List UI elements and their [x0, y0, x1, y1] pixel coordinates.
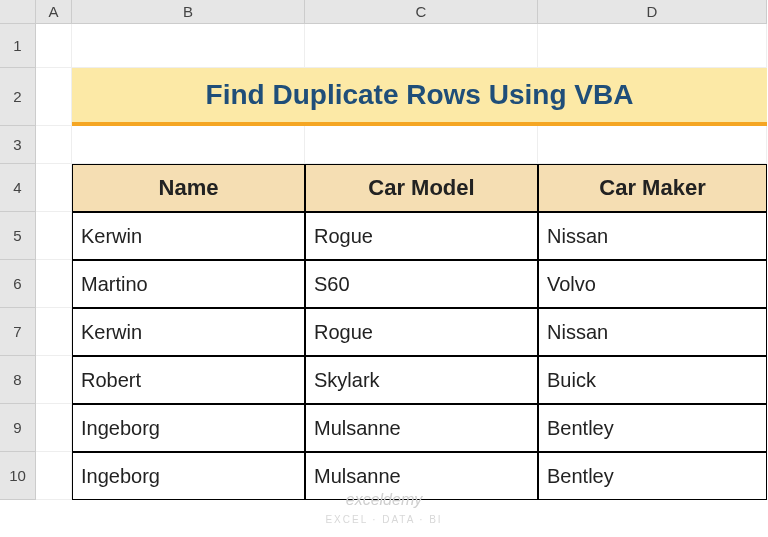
cell-name-3[interactable]: Robert	[72, 356, 305, 404]
cell-maker-0[interactable]: Nissan	[538, 212, 767, 260]
cell-name-1[interactable]: Martino	[72, 260, 305, 308]
cell-a6[interactable]	[36, 260, 72, 308]
cell-name-2[interactable]: Kerwin	[72, 308, 305, 356]
cell-c3[interactable]	[305, 126, 538, 164]
col-header-b[interactable]: B	[72, 0, 305, 24]
cell-model-2[interactable]: Rogue	[305, 308, 538, 356]
cell-maker-1[interactable]: Volvo	[538, 260, 767, 308]
th-name[interactable]: Name	[72, 164, 305, 212]
cell-a7[interactable]	[36, 308, 72, 356]
cell-a10[interactable]	[36, 452, 72, 500]
cell-a8[interactable]	[36, 356, 72, 404]
cell-maker-2[interactable]: Nissan	[538, 308, 767, 356]
cell-name-4[interactable]: Ingeborg	[72, 404, 305, 452]
cell-name-0[interactable]: Kerwin	[72, 212, 305, 260]
cell-a1[interactable]	[36, 24, 72, 68]
cell-d1[interactable]	[538, 24, 767, 68]
col-header-d[interactable]: D	[538, 0, 767, 24]
row-header-4[interactable]: 4	[0, 164, 36, 212]
th-car-model[interactable]: Car Model	[305, 164, 538, 212]
cell-model-4[interactable]: Mulsanne	[305, 404, 538, 452]
row-header-7[interactable]: 7	[0, 308, 36, 356]
cell-model-0[interactable]: Rogue	[305, 212, 538, 260]
cell-b1[interactable]	[72, 24, 305, 68]
cell-a2[interactable]	[36, 68, 72, 126]
select-all-corner[interactable]	[0, 0, 36, 24]
cell-a9[interactable]	[36, 404, 72, 452]
row-header-6[interactable]: 6	[0, 260, 36, 308]
cell-maker-3[interactable]: Buick	[538, 356, 767, 404]
cell-b3[interactable]	[72, 126, 305, 164]
row-header-1[interactable]: 1	[0, 24, 36, 68]
col-header-c[interactable]: C	[305, 0, 538, 24]
cell-d3[interactable]	[538, 126, 767, 164]
row-header-3[interactable]: 3	[0, 126, 36, 164]
row-header-9[interactable]: 9	[0, 404, 36, 452]
cell-model-5[interactable]: Mulsanne	[305, 452, 538, 500]
cell-a4[interactable]	[36, 164, 72, 212]
cell-maker-5[interactable]: Bentley	[538, 452, 767, 500]
title-cell[interactable]: Find Duplicate Rows Using VBA	[72, 68, 767, 126]
cell-model-3[interactable]: Skylark	[305, 356, 538, 404]
col-header-a[interactable]: A	[36, 0, 72, 24]
cell-model-1[interactable]: S60	[305, 260, 538, 308]
cell-a3[interactable]	[36, 126, 72, 164]
cell-c1[interactable]	[305, 24, 538, 68]
row-header-2[interactable]: 2	[0, 68, 36, 126]
cell-a5[interactable]	[36, 212, 72, 260]
cell-maker-4[interactable]: Bentley	[538, 404, 767, 452]
spreadsheet-grid: A B C D 1 2 Find Duplicate Rows Using VB…	[0, 0, 768, 537]
cell-name-5[interactable]: Ingeborg	[72, 452, 305, 500]
th-car-maker[interactable]: Car Maker	[538, 164, 767, 212]
row-header-10[interactable]: 10	[0, 452, 36, 500]
row-header-8[interactable]: 8	[0, 356, 36, 404]
row-header-5[interactable]: 5	[0, 212, 36, 260]
